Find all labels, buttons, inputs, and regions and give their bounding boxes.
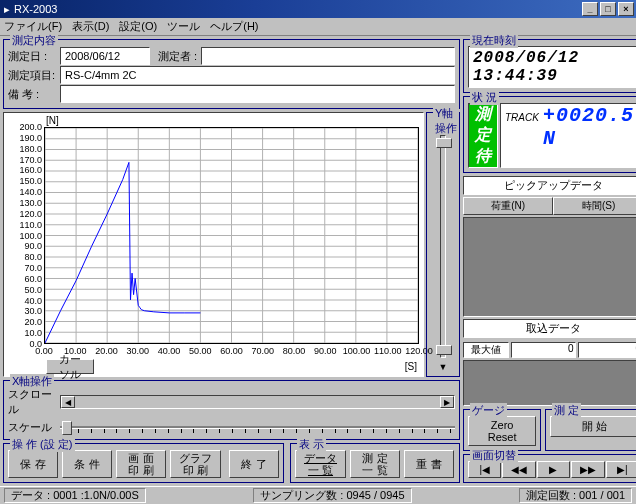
measurement-content-legend: 測定内容 [10, 33, 58, 48]
torikomi-header: 取込データ [463, 319, 636, 338]
clock-value: 2008/06/12 13:44:39 [468, 46, 636, 88]
x-axis-op-group: X軸操作 スクロール ◀ ▶ スケール [3, 380, 460, 440]
x-scrollbar[interactable]: ◀ ▶ [60, 395, 455, 409]
pickup-col-time[interactable]: 時間(S) [553, 197, 636, 215]
torikomi-val2: 0 [578, 342, 636, 358]
gauge-legend: ゲージ [470, 403, 507, 418]
clock-group: 現在時刻 2008/06/12 13:44:39 [463, 39, 636, 93]
y-slider-track[interactable] [440, 135, 446, 358]
item-field[interactable]: RS-C/4mm 2C [60, 66, 455, 84]
chart-panel: [N] [S] 0.010.020.030.040.050.060.070.08… [3, 112, 424, 377]
status-count: 測定回数 : 001 / 001 [519, 488, 632, 503]
note-label: 備 考 : [8, 87, 56, 102]
screen-switch-legend: 画面切替 [470, 448, 518, 463]
x-axis-op-legend: X軸操作 [10, 374, 54, 389]
screen-print-button[interactable]: 画 面 印 刷 [116, 450, 166, 478]
date-label: 測定日 : [8, 49, 56, 64]
close-button[interactable]: × [618, 2, 634, 16]
title-bar: ▸ RX-2003 _ □ × [0, 0, 636, 18]
status-tag: 測定待 [468, 103, 498, 168]
transport-last-button[interactable]: ▶| [606, 461, 636, 478]
menu-file[interactable]: ファイル(F) [4, 19, 62, 34]
condition-button[interactable]: 条 件 [62, 450, 112, 478]
minimize-button[interactable]: _ [582, 2, 598, 16]
start-button[interactable]: 開 始 [550, 416, 636, 437]
x-unit-label: [S] [405, 361, 417, 372]
status-readout: TRACK +0020.5 N [500, 103, 636, 168]
y-axis-op-group: Y軸操作 ▲ ▼ [426, 112, 460, 377]
plot-area [44, 127, 419, 344]
date-field[interactable]: 2008/06/12 [60, 47, 150, 65]
menu-view[interactable]: 表示(D) [72, 19, 109, 34]
exit-button[interactable]: 終 了 [229, 450, 279, 478]
x-scroll-right-icon[interactable]: ▶ [440, 396, 454, 408]
status-group: 状 況 測定待 TRACK +0020.5 N [463, 96, 636, 173]
status-bar: データ : 0001 :1.0N/0.00S サンプリング数 : 0945 / … [0, 486, 636, 504]
zero-reset-button[interactable]: Zero Reset [468, 416, 536, 446]
scroll-label: スクロール [8, 387, 56, 417]
ops-group: 操 作 (設 定) 保 存 条 件 画 面 印 刷 グラフ 印 刷 終 了 [3, 443, 284, 483]
display-group: 表 示 データ 一 覧 測 定 一 覧 重 書 [290, 443, 460, 483]
torikomi-max-label: 最大値 [463, 342, 509, 358]
data-list-button[interactable]: データ 一 覧 [295, 450, 346, 478]
chart-svg [45, 128, 418, 343]
pickup-list[interactable] [463, 217, 636, 317]
save-button[interactable]: 保 存 [8, 450, 58, 478]
menu-settings[interactable]: 設定(O) [119, 19, 157, 34]
graph-print-button[interactable]: グラフ 印 刷 [170, 450, 221, 478]
torikomi-list[interactable] [463, 360, 636, 406]
clock-legend: 現在時刻 [470, 33, 518, 48]
status-legend: 状 況 [470, 90, 499, 105]
item-label: 測定項目: [8, 68, 56, 83]
transport-prev-button[interactable]: ◀◀ [502, 461, 535, 478]
y-unit-label: [N] [46, 115, 59, 126]
status-sampling: サンプリング数 : 0945 / 0945 [253, 488, 411, 503]
status-data: データ : 0001 :1.0N/0.00S [4, 488, 146, 503]
display-legend: 表 示 [297, 437, 326, 452]
screen-switch-group: 画面切替 |◀ ◀◀ ▶ ▶▶ ▶| [463, 454, 636, 483]
x-scale-slider[interactable] [60, 419, 455, 435]
menu-bar: ファイル(F) 表示(D) 設定(O) ツール ヘルプ(H) [0, 18, 636, 36]
x-scale-thumb[interactable] [62, 421, 72, 435]
app-icon: ▸ [4, 3, 10, 16]
y-slider-thumb-top[interactable] [436, 138, 452, 148]
operator-label: 測定者 : [158, 49, 197, 64]
note-field[interactable] [60, 85, 455, 103]
ops-legend: 操 作 (設 定) [10, 437, 75, 452]
gauge-group: ゲージ Zero Reset [463, 409, 541, 451]
y-slider-thumb-bottom[interactable] [436, 345, 452, 355]
pickup-col-load[interactable]: 荷重(N) [463, 197, 553, 215]
operator-field[interactable] [201, 47, 455, 65]
cursor-button[interactable]: カーソル [46, 359, 94, 374]
menu-help[interactable]: ヘルプ(H) [210, 19, 258, 34]
x-axis-ticks: 0.0010.0020.0030.0040.0050.0060.0070.008… [44, 346, 419, 358]
x-scroll-left-icon[interactable]: ◀ [61, 396, 75, 408]
status-value: +0020.5 N [543, 104, 634, 150]
pickup-header: ピックアップデータ [463, 176, 636, 195]
y-axis-ticks: 0.010.020.030.040.050.060.070.080.090.01… [6, 117, 44, 344]
transport-play-button[interactable]: ▶ [537, 461, 570, 478]
y-axis-op-legend: Y軸操作 [433, 106, 459, 136]
y-slider-down-icon[interactable]: ▼ [439, 362, 448, 372]
transport-next-button[interactable]: ▶▶ [571, 461, 604, 478]
measure-group: 測 定 開 始 [545, 409, 636, 451]
overlay-button[interactable]: 重 書 [404, 450, 454, 478]
maximize-button[interactable]: □ [600, 2, 616, 16]
measure-legend: 測 定 [552, 403, 581, 418]
menu-tool[interactable]: ツール [167, 19, 200, 34]
measurement-content-group: 測定内容 測定日 : 2008/06/12 測定者 : 測定項目: RS-C/4… [3, 39, 460, 109]
window-title: RX-2003 [14, 3, 57, 15]
transport-first-button[interactable]: |◀ [468, 461, 501, 478]
torikomi-val1: 0 [511, 342, 576, 358]
track-label: TRACK [505, 112, 539, 123]
scale-label: スケール [8, 420, 56, 435]
meas-list-button[interactable]: 測 定 一 覧 [350, 450, 400, 478]
